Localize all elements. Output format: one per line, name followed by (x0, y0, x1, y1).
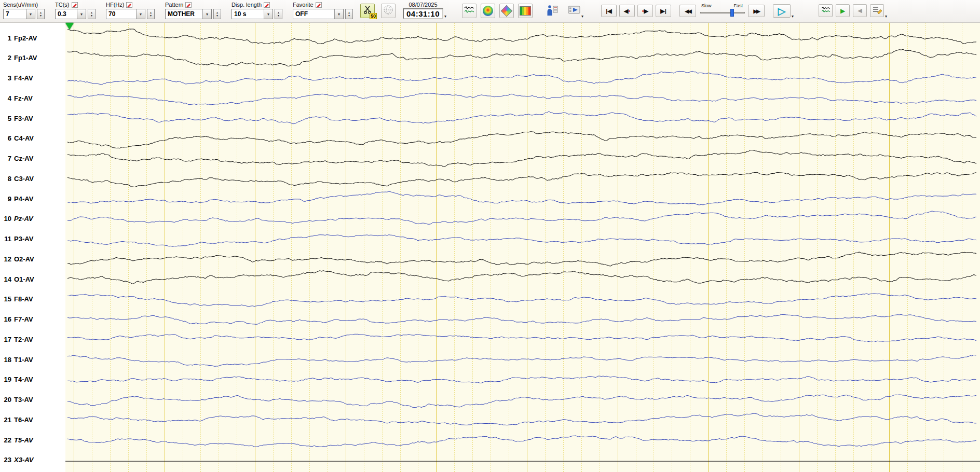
patient-icon (546, 5, 559, 18)
channel-label: O1-AV (14, 275, 34, 283)
channel-row[interactable]: 14 O1-AV (0, 275, 65, 283)
channel-row[interactable]: 4 Fz-AV (0, 94, 65, 102)
fast-forward-button[interactable]: ▶▶ (748, 5, 765, 17)
review-tools: ▶ ◀ (819, 4, 884, 17)
toolbar-control-group: Favorite OFF ▾ ▴ ▾ (293, 0, 353, 19)
video-button[interactable] (568, 5, 580, 17)
step-down-icon: ▾ (348, 14, 350, 17)
edit-icon[interactable] (72, 2, 78, 8)
channel-row[interactable]: 3 F4-AV (0, 74, 65, 82)
edit-icon[interactable] (126, 2, 132, 8)
combobox[interactable]: 10 s ▾ (232, 9, 273, 19)
combobox[interactable]: 0.3 ▾ (55, 9, 86, 19)
slider-track[interactable] (700, 12, 745, 13)
value-stepper[interactable]: ▴ ▾ (275, 9, 282, 19)
review-waveform-button[interactable] (819, 4, 833, 17)
channel-label: T2-AV (14, 336, 33, 343)
channel-row[interactable]: 7 Cz-AV (0, 155, 65, 163)
play-small-icon: ▶ (840, 7, 845, 15)
channel-row[interactable]: 6 C4-AV (0, 134, 65, 143)
channel-number: 21 (0, 416, 11, 424)
speed-slider[interactable]: Slow Fast (700, 3, 745, 18)
edit-icon[interactable] (264, 2, 270, 8)
channel-row[interactable]: 11 P3-AV (0, 235, 65, 243)
combobox[interactable]: MOTHER ▾ (165, 9, 212, 19)
value-stepper[interactable]: ▴ ▾ (147, 9, 155, 19)
step-back-button[interactable]: ◀ (853, 4, 867, 17)
play-icon: ▷ (778, 6, 786, 16)
channel-row[interactable]: 5 F3-AV (0, 114, 65, 122)
skip-end-button[interactable]: ▶| (656, 5, 671, 17)
channel-row[interactable]: 22 T5-AV (0, 436, 65, 444)
datetime-display: 08/07/2025 04:31:10 (403, 2, 443, 19)
waveform-icon (464, 6, 474, 16)
page-navigation: |◀ ◀• •▶ ▶| (601, 5, 671, 17)
channel-row[interactable]: 9 P4-AV (0, 195, 65, 203)
channel-number: 12 (0, 255, 11, 263)
step-down-icon: ▾ (150, 14, 152, 17)
step-down-icon: ▾ (216, 14, 218, 17)
channel-label: X3-AV (14, 456, 33, 464)
chevron-down-icon[interactable]: ▾ (581, 14, 583, 19)
position-marker[interactable] (65, 23, 74, 30)
channel-row[interactable]: 17 T2-AV (0, 335, 65, 343)
rewind-button[interactable]: ◀◀ (679, 5, 696, 17)
play-button[interactable]: ▷ (773, 4, 791, 18)
skip-start-button[interactable]: |◀ (601, 5, 617, 17)
value-stepper[interactable]: ▴ ▾ (213, 9, 221, 19)
combobox[interactable]: OFF ▾ (293, 9, 344, 19)
channel-row[interactable]: 15 F8-AV (0, 295, 65, 303)
combobox[interactable]: 7 ▾ (3, 9, 35, 19)
channel-row[interactable]: 10 Pz-AV (0, 215, 65, 223)
ac-filter-button[interactable]: 50 (360, 4, 375, 18)
skip-end-icon: ▶| (660, 8, 666, 15)
channel-number: 20 (0, 396, 11, 404)
chevron-down-icon[interactable]: ▾ (264, 9, 273, 19)
topo-map-button[interactable] (481, 4, 495, 18)
edit-icon[interactable] (185, 2, 192, 8)
chevron-down-icon[interactable]: ▾ (792, 14, 794, 19)
page-back-button[interactable]: ◀• (619, 5, 635, 17)
edit-icon[interactable] (316, 2, 322, 8)
chevron-down-icon[interactable]: ▾ (202, 9, 211, 19)
channel-row[interactable]: 8 C3-AV (0, 174, 65, 183)
combobox[interactable]: 70 ▾ (106, 9, 145, 19)
view-buttons (462, 4, 533, 18)
channel-row[interactable]: 18 T1-AV (0, 355, 65, 364)
dsa-trend-button[interactable] (518, 4, 533, 18)
channel-row[interactable]: 21 T6-AV (0, 415, 65, 424)
chevron-down-icon[interactable]: ▾ (26, 9, 35, 19)
fast-forward-icon: ▶▶ (753, 8, 759, 14)
channel-row[interactable]: 20 T3-AV (0, 396, 65, 404)
chevron-down-icon[interactable]: ▾ (444, 14, 446, 19)
photic-icon (501, 5, 513, 17)
channel-row[interactable]: 19 T4-AV (0, 376, 65, 384)
eeg-trace-area[interactable] (65, 23, 980, 472)
channel-row[interactable]: 23 X3-AV (0, 456, 65, 464)
play-review-button[interactable]: ▶ (836, 4, 850, 17)
montage-edit-button[interactable] (870, 4, 884, 17)
value-stepper[interactable]: ▴ ▾ (88, 9, 96, 19)
channel-label: T5-AV (14, 436, 33, 444)
chevron-down-icon[interactable]: ▾ (885, 14, 887, 19)
chevron-down-icon[interactable]: ▾ (334, 9, 343, 19)
waveform-view-button[interactable] (462, 4, 477, 18)
map-button[interactable] (381, 4, 396, 18)
chevron-down-icon[interactable]: ▾ (77, 9, 86, 19)
value-stepper[interactable]: ▴ ▾ (345, 9, 353, 19)
photic-button[interactable] (499, 4, 514, 18)
channel-number: 15 (0, 295, 11, 303)
channel-label: Fz-AV (14, 94, 33, 102)
patient-info-button[interactable] (546, 5, 559, 18)
channel-row[interactable]: 16 F7-AV (0, 315, 65, 324)
channel-row[interactable]: 1 Fp2-AV (0, 34, 65, 42)
channel-row[interactable]: 12 O2-AV (0, 255, 65, 263)
channel-row[interactable]: 2 Fp1-AV (0, 54, 65, 62)
chevron-down-icon[interactable]: ▾ (136, 9, 145, 19)
slider-handle[interactable] (730, 9, 734, 17)
page-forward-button[interactable]: •▶ (637, 5, 653, 17)
value-stepper[interactable]: ▴ ▾ (37, 9, 45, 19)
ac-filter-badge: 50 (370, 13, 377, 19)
combobox-value: MOTHER (166, 9, 202, 19)
time-display[interactable]: 04:31:10 (403, 8, 443, 19)
